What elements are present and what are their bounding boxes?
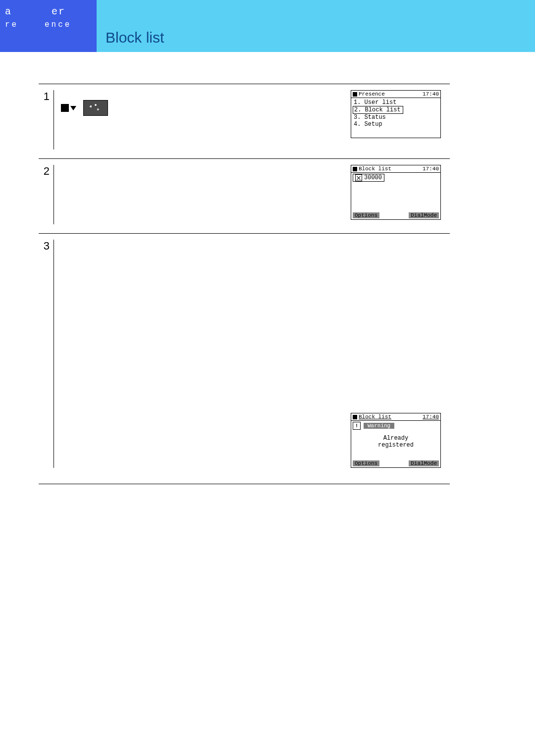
block-entry: 30000 xyxy=(353,174,384,182)
lcd3-time: 17:40 xyxy=(423,414,439,420)
step-body xyxy=(54,165,351,224)
down-arrow-icon xyxy=(70,106,76,110)
step-body xyxy=(54,240,351,468)
menu-item-status: 3. Status xyxy=(353,114,439,121)
intro-text xyxy=(39,62,450,77)
square-icon xyxy=(353,167,357,171)
step-number: 1 xyxy=(39,90,54,150)
lcd-body: 30000 xyxy=(351,173,440,212)
step3-line4 xyxy=(61,312,345,320)
warning-banner: Warning xyxy=(364,423,394,429)
chapter-box: a er re ence xyxy=(0,0,97,52)
step-body xyxy=(54,90,351,150)
chapter-word2: er xyxy=(52,6,65,17)
lcd1-title: Presence xyxy=(359,91,385,97)
warning-icon: ! xyxy=(353,422,361,430)
menu-item-setup: 4. Setup xyxy=(353,121,439,128)
lcd3-title: Block list xyxy=(359,414,391,420)
softkey-options: Options xyxy=(353,212,379,218)
header-band: a er re ence Block list xyxy=(0,0,535,52)
step-number: 3 xyxy=(39,240,54,468)
warning-msg-line2: registered xyxy=(353,442,439,449)
chapter-sub1: re xyxy=(5,20,18,29)
lcd-softkeys: Options DialMode xyxy=(351,460,440,467)
thumbnail-image xyxy=(83,100,108,116)
step3-line2 xyxy=(61,250,345,257)
step1-line1 xyxy=(61,91,345,99)
step-graphic: Block list 17:40 ! Warning Already regis… xyxy=(351,240,450,468)
softkey-dialmode: DialMode xyxy=(409,460,439,466)
step2-bullet2 xyxy=(61,184,345,192)
step-1: 1 Presence 17:40 xyxy=(39,84,450,158)
lcd-body: 1. User list 2. Block list 3. Status 4. … xyxy=(351,98,440,138)
step2-bullet1 xyxy=(61,175,345,183)
page-title: Block list xyxy=(97,0,164,52)
step3-line1 xyxy=(61,241,345,249)
step1-line3 xyxy=(61,117,345,125)
step2-bullet4 xyxy=(61,202,345,209)
lcd-titlebar: Block list 17:40 xyxy=(351,165,440,173)
menu-icon xyxy=(61,104,69,112)
lcd2-time: 17:40 xyxy=(423,166,439,172)
chapter-subline: re ence xyxy=(5,20,97,29)
step3-line3 xyxy=(61,276,345,284)
step3-bullet1 xyxy=(61,258,345,266)
step3-line5 xyxy=(61,321,345,329)
menu-item-user-list: 1. User list xyxy=(353,99,439,106)
step2-bullet3 xyxy=(61,193,345,201)
step-graphic: Block list 17:40 30000 Options DialMode xyxy=(351,165,450,224)
step3-bullet5 xyxy=(61,303,345,311)
square-icon xyxy=(353,415,357,419)
lcd-titlebar: Presence 17:40 xyxy=(351,91,440,98)
menu-item-block-list: 2. Block list xyxy=(353,106,403,114)
nav-icon-strip xyxy=(61,100,108,116)
lcd-block-list: Block list 17:40 30000 Options DialMode xyxy=(351,165,441,220)
lcd-warning: Block list 17:40 ! Warning Already regis… xyxy=(351,413,441,468)
softkey-dialmode: DialMode xyxy=(409,212,439,218)
content-area: 1 Presence 17:40 xyxy=(0,52,470,504)
step3-bullet2 xyxy=(61,267,345,275)
lcd-presence-menu: Presence 17:40 1. User list 2. Block lis… xyxy=(351,90,441,138)
lcd-body: ! Warning Already registered xyxy=(351,421,440,460)
step-number: 2 xyxy=(39,165,54,224)
chapter-word1: a xyxy=(5,6,12,17)
lcd2-title: Block list xyxy=(359,166,391,172)
lcd-softkeys: Options DialMode xyxy=(351,212,440,219)
step3-bullet4 xyxy=(61,294,345,302)
lcd-titlebar: Block list 17:40 xyxy=(351,413,440,421)
square-icon xyxy=(353,92,357,97)
step3-bullet3 xyxy=(61,285,345,293)
step1-line2 xyxy=(61,100,345,116)
step-graphic: Presence 17:40 1. User list 2. Block lis… xyxy=(351,90,450,150)
block-entry-number: 30000 xyxy=(364,174,382,181)
warning-msg-line1: Already xyxy=(353,435,439,442)
step2-line1 xyxy=(61,166,345,174)
lcd1-time: 17:40 xyxy=(423,91,439,97)
step-3: 3 Block list 17:40 xyxy=(39,233,450,484)
chapter-sub2: ence xyxy=(45,20,71,29)
chapter-label: a er xyxy=(5,6,97,17)
step-2: 2 Block list 17:40 30000 xyxy=(39,158,450,233)
softkey-options: Options xyxy=(353,460,379,466)
block-icon xyxy=(355,174,362,181)
